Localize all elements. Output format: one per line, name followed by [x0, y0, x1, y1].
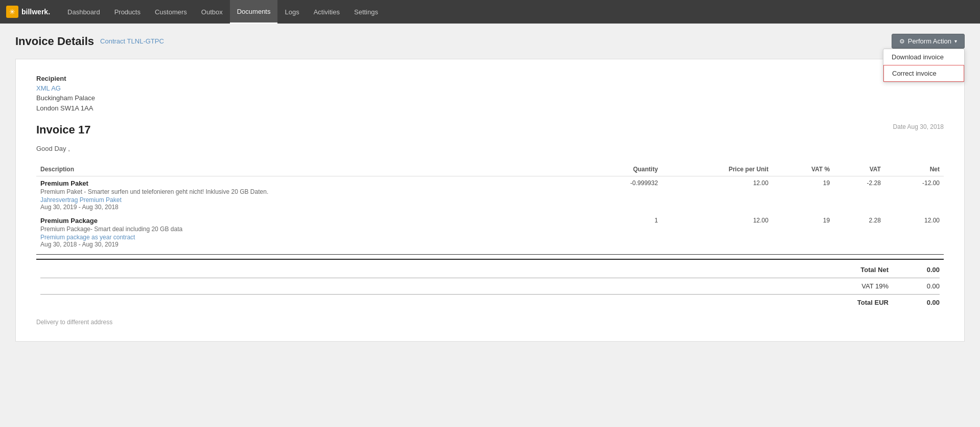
nav-logs[interactable]: Logs	[277, 0, 306, 24]
recipient-label: Recipient	[36, 75, 944, 82]
total-eur-value: 0.00	[904, 299, 940, 306]
nav-outbox[interactable]: Outbox	[194, 0, 230, 24]
perform-action-button[interactable]: ⚙ Perform Action ▾	[892, 34, 965, 49]
gear-icon: ⚙	[899, 38, 905, 45]
nav-customers[interactable]: Customers	[148, 0, 194, 24]
totals-section: Total Net 0.00 VAT 19% 0.00 Total EUR 0.…	[36, 259, 944, 308]
page-header: Invoice Details Contract TLNL-GTPC ⚙ Per…	[15, 34, 965, 49]
dropdown-item-download[interactable]: Download invoice	[883, 49, 964, 65]
recipient-block: Recipient XML AG Buckingham Palace Londo…	[36, 75, 944, 113]
invoice-date: Date Aug 30, 2018	[893, 123, 944, 130]
nav-settings[interactable]: Settings	[347, 0, 385, 24]
caret-icon: ▾	[954, 38, 957, 44]
invoice-title: Invoice 17	[36, 123, 90, 137]
row2-price: 12.00	[662, 214, 773, 251]
col-vat: VAT	[834, 163, 885, 176]
brand[interactable]: ✳ billwerk.	[6, 6, 50, 18]
nav-documents[interactable]: Documents	[230, 0, 278, 24]
invoice-greeting: Good Day ,	[36, 145, 944, 152]
totals-separator-top	[36, 254, 944, 255]
row2-description: Premium Package Premium Package- Smart d…	[36, 214, 579, 251]
brand-icon-symbol: ✳	[9, 8, 15, 16]
total-eur-row: Total EUR 0.00	[36, 297, 944, 308]
page-title-area: Invoice Details Contract TLNL-GTPC	[15, 35, 164, 48]
table-header-row: Description Quantity Price per Unit VAT …	[36, 163, 944, 176]
nav-dashboard[interactable]: Dashboard	[60, 0, 107, 24]
col-description: Description	[36, 163, 579, 176]
contract-label: Contract	[100, 37, 125, 45]
row2-title: Premium Package	[40, 217, 575, 224]
col-vat-pct: VAT %	[773, 163, 834, 176]
invoice-table: Description Quantity Price per Unit VAT …	[36, 163, 944, 251]
row1-period: Aug 30, 2019 - Aug 30, 2018	[40, 204, 575, 211]
totals-bottom-separator	[40, 294, 940, 295]
total-net-label: Total Net	[832, 266, 904, 274]
dropdown-item-correct[interactable]: Correct invoice	[883, 65, 964, 82]
total-net-row: Total Net 0.00	[36, 264, 944, 276]
row1-title: Premium Paket	[40, 179, 575, 187]
dropdown-menu: Download invoice Correct invoice	[883, 49, 965, 82]
contract-id: TLNL-GTPC	[127, 37, 164, 45]
row1-net: -12.00	[885, 176, 944, 214]
row2-desc1: Premium Package- Smart deal including 20…	[40, 226, 575, 233]
vat-row: VAT 19% 0.00	[36, 280, 944, 292]
row1-quantity: -0.999932	[579, 176, 662, 214]
nav-products[interactable]: Products	[107, 0, 148, 24]
row2-vat-pct: 19	[773, 214, 834, 251]
row2-net: 12.00	[885, 214, 944, 251]
footer-note: Delivery to different address	[36, 319, 944, 326]
vat-value: 0.00	[904, 282, 940, 290]
col-quantity: Quantity	[579, 163, 662, 176]
navbar: ✳ billwerk. Dashboard Products Customers…	[0, 0, 980, 24]
row1-vat-pct: 19	[773, 176, 834, 214]
row2-desc2[interactable]: Premium package as year contract	[40, 234, 575, 241]
perform-action-label: Perform Action	[908, 37, 951, 45]
perform-action-dropdown[interactable]: ⚙ Perform Action ▾ Download invoice Corr…	[892, 34, 965, 49]
total-net-value: 0.00	[904, 266, 940, 274]
row1-desc2[interactable]: Jahresvertrag Premium Paket	[40, 196, 575, 204]
nav-activities[interactable]: Activities	[307, 0, 347, 24]
col-price-per-unit: Price per Unit	[662, 163, 773, 176]
row1-description: Premium Paket Premium Paket - Smarter su…	[36, 176, 579, 214]
contract-link[interactable]: Contract TLNL-GTPC	[100, 37, 164, 45]
row2-vat: 2.28	[834, 214, 885, 251]
row1-price: 12.00	[662, 176, 773, 214]
col-net: Net	[885, 163, 944, 176]
row2-quantity: 1	[579, 214, 662, 251]
recipient-address-line1: Buckingham Palace	[36, 93, 944, 103]
row1-desc1: Premium Paket - Smarter surfen und telef…	[40, 188, 575, 195]
recipient-company[interactable]: XML AG	[36, 84, 944, 92]
invoice-card: Recipient XML AG Buckingham Palace Londo…	[15, 59, 965, 342]
table-row: Premium Paket Premium Paket - Smarter su…	[36, 176, 944, 214]
page-title: Invoice Details	[15, 35, 94, 48]
brand-icon: ✳	[6, 6, 18, 18]
row1-vat: -2.28	[834, 176, 885, 214]
total-eur-label: Total EUR	[832, 299, 904, 306]
vat-label: VAT 19%	[832, 282, 904, 290]
main-content: Invoice Details Contract TLNL-GTPC ⚙ Per…	[0, 24, 980, 427]
totals-mid-separator	[40, 278, 940, 278]
table-row: Premium Package Premium Package- Smart d…	[36, 214, 944, 251]
recipient-address-line2: London SW1A 1AA	[36, 103, 944, 114]
brand-name: billwerk.	[21, 8, 50, 16]
row2-period: Aug 30, 2018 - Aug 30, 2019	[40, 241, 575, 248]
invoice-title-row: Invoice 17 Date Aug 30, 2018	[36, 123, 944, 137]
